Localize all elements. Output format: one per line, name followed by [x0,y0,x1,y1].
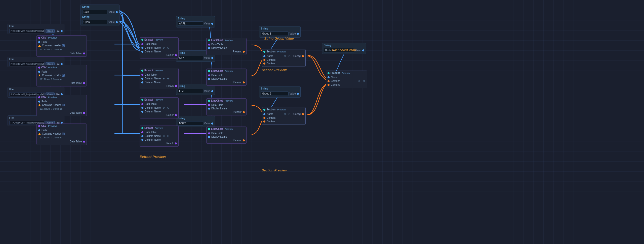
csv4-output-port [83,141,85,143]
csv1-info: 121 Rows; 7 Columns. [38,48,85,51]
node-string-open: String Open Value [80,15,119,26]
linechart2-preview-label[interactable]: Preview [225,70,233,72]
string-group1-input[interactable]: Group 1 [261,32,289,36]
extract2-col1-label: Column Name [145,77,161,80]
extract4-col2-port [141,139,143,141]
present-name-label: Name [331,76,338,79]
section2-preview-label[interactable]: Preview [277,108,286,111]
section1-preview-label[interactable]: Preview [277,50,286,53]
csv1-header-row: CSV Preview [37,36,87,40]
string-ibm-input[interactable]: IBM [178,89,203,93]
node-csv-1: CSV Preview Path Contains Header ✓ 121 R… [36,35,87,57]
linechart1-header-label: LineChart [211,39,223,42]
section-preview-label-2: Section Preview [262,168,287,172]
node-extract-2: Extract Preview Data Table Column Name ⊕… [140,68,179,89]
file1-header: File [8,24,64,28]
extract2-header-port [141,70,143,72]
present-content1-label: Content [331,80,340,82]
csv1-header-checkbox[interactable]: ✓ [62,44,65,47]
csv2-header-label: CSV [41,66,47,69]
extract3-datatable-label: Data Table [145,103,157,105]
csv1-preview-label[interactable]: Preview [48,37,57,39]
extract4-preview-label[interactable]: Preview [155,127,163,129]
node-string-date: String Date Value [80,5,119,16]
string-aapl-output-port [211,23,213,25]
section2-header-label: Section [266,108,275,111]
csv1-path-label: Path [42,41,47,43]
string-date-input[interactable]: Date [82,10,107,14]
extract1-preview-label[interactable]: Preview [155,39,163,41]
file1-open-button[interactable]: Open [46,29,55,33]
extract3-divider1: ⊕ [163,106,165,109]
csv1-path-port [38,41,40,43]
extract1-header-row: Extract Preview [140,38,178,42]
linechart4-header-port [208,128,210,130]
section1-header-port [263,51,265,53]
csv1-header-port [38,37,40,39]
section2-content1-port [263,117,265,119]
csv2-header-checkbox[interactable]: ✓ [62,74,65,77]
extract1-header-port [141,39,143,41]
extract2-datatable-label: Data Table [145,73,157,76]
section2-divider2: ⊖ [288,112,291,116]
csv2-path-port [38,71,40,73]
extract4-result-label: Result [167,142,174,145]
extract1-col2-port [141,51,143,53]
section2-content1-label: Content [267,116,275,119]
node-file-1: File F:¥OneDrive¥_Projects¥Parcel¥Da Ope… [8,24,64,34]
node-string-aapl: String AAPL Value [176,16,215,27]
section2-header-port [263,109,265,111]
extract3-result-port [175,114,177,116]
extract3-divider2: ⊖ [167,106,169,109]
string-ibm-output-port [211,90,213,92]
node-string-msft: String MSFT Value [176,116,215,127]
extract3-header-port [141,99,143,101]
section2-name-label: Name [267,113,273,115]
linechart4-present-port [243,139,245,141]
linechart3-header-row: LineChart Preview [207,99,246,103]
extract1-result-label: Result [167,54,174,56]
linechart1-displayname-label: Display Name [211,47,227,49]
extract2-divider2: ⊖ [167,77,169,80]
string-cvx-input[interactable]: CVX [178,56,203,60]
string-date-header: String [81,5,119,9]
file2-output-port [61,63,63,65]
node-present: Present Preview Name Content ⊕ ⊖ Content [326,71,367,88]
string-group2-input[interactable]: Group 2 [261,92,289,96]
csv3-header-checkbox[interactable]: ✓ [62,104,65,106]
csv3-contains-header-label: Contains Header [42,104,61,106]
extract2-preview-label[interactable]: Preview [155,69,163,72]
string-msft-input[interactable]: MSFT [178,121,203,126]
csv2-data-table-label: Data Table [70,82,82,84]
linechart4-preview-label[interactable]: Preview [225,128,233,130]
linechart1-datatable-port [208,44,210,46]
extract2-col2-port [141,81,143,83]
extract4-header-row: Extract Preview [140,126,178,130]
linechart3-present-port [243,111,245,113]
extract3-header-label: Extract [144,98,153,101]
section1-header-label: Section [266,50,275,53]
linechart1-preview-label[interactable]: Preview [225,39,233,42]
present-name-port [328,76,330,78]
present-preview-label[interactable]: Preview [342,72,350,74]
csv4-header-checkbox[interactable]: ✓ [62,133,65,135]
extract3-col2-label: Column Name [145,110,161,113]
extract3-preview-label[interactable]: Preview [155,99,163,101]
csv2-header-port [38,67,40,69]
extract4-col2-label: Column Name [145,138,161,141]
linechart2-header-row: LineChart Preview [207,69,246,73]
extract2-datatable-port [141,74,143,76]
section2-name-port [263,113,265,115]
linechart3-displayname-label: Display Name [211,107,227,110]
csv2-preview-label[interactable]: Preview [48,66,57,69]
csv4-preview-label[interactable]: Preview [48,125,57,127]
linechart3-header-label: LineChart [211,99,223,102]
string-open-output-port [116,21,118,23]
csv2-path-label: Path [42,70,47,73]
linechart3-preview-label[interactable]: Preview [225,100,233,102]
csv3-preview-label[interactable]: Preview [48,96,57,99]
string-open-input[interactable]: Open [82,20,107,24]
extract3-col1-label: Column Name [145,106,161,109]
section1-config-label: Config [293,55,301,57]
string-aapl-input[interactable]: AAPL [178,21,203,26]
